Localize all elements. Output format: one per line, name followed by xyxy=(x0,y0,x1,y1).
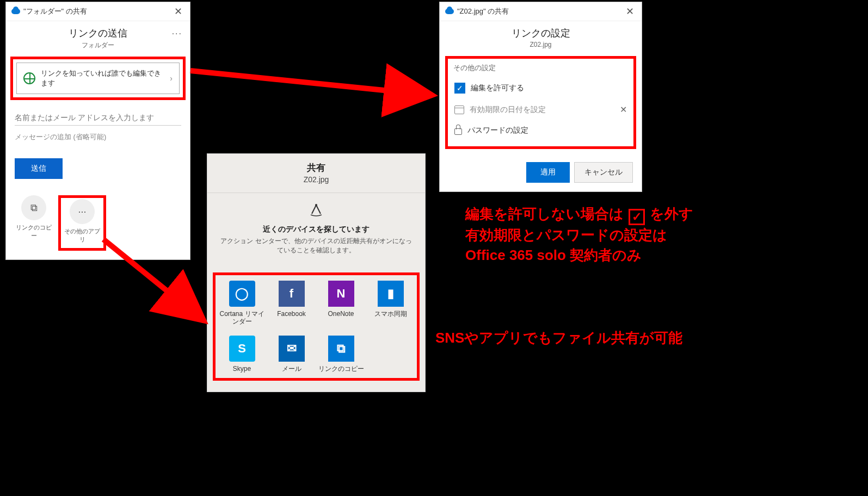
share-app-item[interactable]: ⧉リンクのコピー xyxy=(318,336,364,373)
windows-share-panel: 共有 Z02.jpg 近くのデバイスを探しています アクション センターで、他の… xyxy=(207,153,426,392)
app-name: メール xyxy=(268,365,315,373)
chevron-right-icon: › xyxy=(170,74,173,83)
dialog-subtitle: フォルダー xyxy=(6,41,190,50)
password-label: パスワードの設定 xyxy=(467,126,528,135)
other-apps-label: その他のアプリ xyxy=(63,227,101,244)
nearby-share-icon xyxy=(218,203,414,220)
app-tile-icon: N xyxy=(328,281,354,307)
annotation-settings: 編集を許可しない場合は ✓ を外す 有効期限とパスワードの設定は Office … xyxy=(465,204,693,265)
calendar-icon xyxy=(454,106,464,114)
app-tile-icon: ◯ xyxy=(229,281,255,307)
globe-icon xyxy=(23,72,35,84)
other-apps-highlight: ··· その他のアプリ xyxy=(58,195,106,251)
expiry-row[interactable]: 有効期限の日付を設定 ✕ xyxy=(453,99,628,120)
nearby-title: 近くのデバイスを探しています xyxy=(218,225,414,234)
scope-highlight: リンクを知っていれば誰でも編集できます › xyxy=(10,57,186,100)
checkbox-checked-icon[interactable]: ✓ xyxy=(454,83,465,94)
link-scope-button[interactable]: リンクを知っていれば誰でも編集できます › xyxy=(16,63,180,94)
other-apps-item[interactable]: ··· その他のアプリ xyxy=(63,199,101,244)
more-options-icon[interactable]: ··· xyxy=(172,29,182,39)
titlebar: "Z02.jpg" の共有 ✕ xyxy=(440,2,642,21)
lock-icon xyxy=(454,128,462,135)
app-tile-icon: S xyxy=(229,336,255,362)
clear-icon[interactable]: ✕ xyxy=(620,104,627,115)
arrow-to-settings xyxy=(185,54,446,120)
recipient-input[interactable] xyxy=(15,110,181,126)
divider xyxy=(207,193,425,193)
app-name: Cortana リマインダー xyxy=(219,310,265,326)
send-button[interactable]: 送信 xyxy=(15,158,63,179)
onedrive-icon xyxy=(11,9,20,14)
nearby-section: 近くのデバイスを探しています アクション センターで、他のデバイスの近距離共有が… xyxy=(207,203,425,266)
onedrive-icon xyxy=(445,9,454,14)
window-title: "フォルダー" の共有 xyxy=(23,7,87,16)
dialog-subtitle: Z02.jpg xyxy=(440,41,642,48)
share-app-item[interactable]: ▮スマホ同期 xyxy=(367,281,414,326)
dialog-header: リンクの送信 フォルダー ··· xyxy=(6,21,190,53)
annotation-sns: SNSやアプリでもファイル共有が可能 xyxy=(435,328,682,348)
app-name: リンクのコピー xyxy=(318,365,364,373)
nearby-desc: アクション センターで、他のデバイスの近距離共有がオンになっていることを確認しま… xyxy=(218,237,414,255)
app-name: Facebook xyxy=(268,310,315,318)
link-settings-dialog: "Z02.jpg" の共有 ✕ リンクの設定 Z02.jpg その他の設定 ✓ … xyxy=(439,2,642,192)
close-icon[interactable]: ✕ xyxy=(172,5,184,17)
expiry-label: 有効期限の日付を設定 xyxy=(470,105,546,115)
svg-line-1 xyxy=(190,71,433,95)
apps-highlight: ◯Cortana リマインダーfFacebookNOneNote▮スマホ同期SS… xyxy=(213,272,420,381)
settings-highlight: その他の設定 ✓ 編集を許可する 有効期限の日付を設定 ✕ パスワードの設定 xyxy=(445,56,636,149)
allow-edit-row[interactable]: ✓ 編集を許可する xyxy=(453,77,628,99)
app-name: Skype xyxy=(219,365,265,373)
password-row[interactable]: パスワードの設定 xyxy=(453,120,628,141)
scope-label: リンクを知っていれば誰でも編集できます xyxy=(41,69,164,88)
send-link-dialog: "フォルダー" の共有 ✕ リンクの送信 フォルダー ··· リンクを知っていれ… xyxy=(5,2,190,260)
share-title: 共有 xyxy=(207,162,425,174)
app-name: OneNote xyxy=(318,310,364,318)
more-icon: ··· xyxy=(70,199,95,224)
dialog-title: リンクの送信 xyxy=(6,27,190,40)
svg-point-0 xyxy=(315,204,317,206)
share-app-item[interactable]: NOneNote xyxy=(318,281,364,326)
titlebar: "フォルダー" の共有 ✕ xyxy=(6,2,190,21)
link-icon: ⧉ xyxy=(21,195,46,220)
allow-edit-label: 編集を許可する xyxy=(471,83,524,93)
app-name: スマホ同期 xyxy=(367,310,414,318)
window-title: "Z02.jpg" の共有 xyxy=(457,7,509,16)
share-app-item[interactable]: ✉メール xyxy=(268,336,315,373)
dialog-header: リンクの設定 Z02.jpg xyxy=(440,21,642,54)
anno1-line1a: 編集を許可しない場合は xyxy=(465,206,624,222)
share-app-item[interactable]: SSkype xyxy=(219,336,265,373)
anno1-line3: Office 365 solo 契約者のみ xyxy=(465,245,693,265)
app-tile-icon: ✉ xyxy=(279,336,305,362)
apply-button[interactable]: 適用 xyxy=(526,162,570,183)
other-settings-label: その他の設定 xyxy=(453,63,628,73)
anno1-line1b: を外す xyxy=(650,206,693,222)
message-label[interactable]: メッセージの追加 (省略可能) xyxy=(6,130,190,158)
copy-link-label: リンクのコピー xyxy=(15,224,53,240)
share-subtitle: Z02.jpg xyxy=(207,175,425,184)
cancel-button[interactable]: キャンセル xyxy=(574,162,633,183)
app-tile-icon: ▮ xyxy=(378,281,404,307)
copy-link-item[interactable]: ⧉ リンクのコピー xyxy=(15,195,53,240)
share-header: 共有 Z02.jpg xyxy=(207,154,425,189)
close-icon[interactable]: ✕ xyxy=(624,5,636,17)
share-app-item[interactable]: fFacebook xyxy=(268,281,315,326)
dialog-title: リンクの設定 xyxy=(440,27,642,40)
share-app-item[interactable]: ◯Cortana リマインダー xyxy=(219,281,265,326)
app-tile-icon: ⧉ xyxy=(328,336,354,362)
app-tile-icon: f xyxy=(279,281,305,307)
checkbox-icon: ✓ xyxy=(629,209,645,225)
anno1-line2: 有効期限とパスワードの設定は xyxy=(465,225,693,245)
